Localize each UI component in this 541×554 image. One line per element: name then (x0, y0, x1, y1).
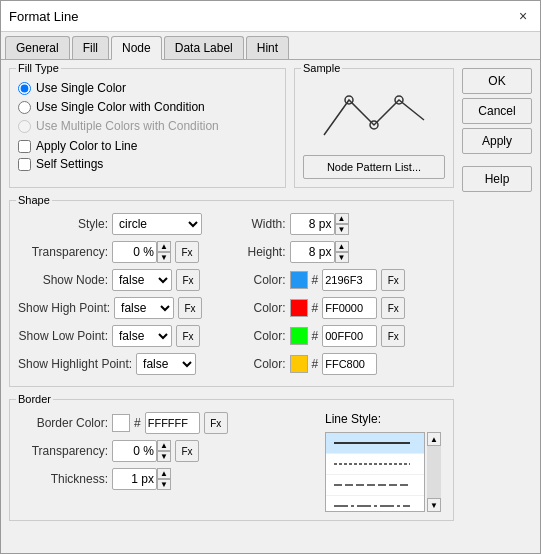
color4-swatch[interactable] (290, 355, 308, 373)
transparency-label: Transparency: (18, 245, 108, 259)
thickness-row: Thickness: ▲ ▼ (18, 468, 317, 490)
show-node-fx[interactable]: Fx (176, 269, 200, 291)
color1-fx[interactable]: Fx (381, 269, 405, 291)
color4-hex-input[interactable] (322, 353, 377, 375)
thickness-up[interactable]: ▲ (157, 468, 171, 479)
height-up[interactable]: ▲ (335, 241, 349, 252)
radio-multiple-condition-label: Use Multiple Colors with Condition (36, 119, 219, 133)
radio-single-condition[interactable] (18, 101, 31, 114)
line-style-label: Line Style: (325, 412, 381, 426)
width-down[interactable]: ▼ (335, 224, 349, 235)
style-select[interactable]: circle (112, 213, 202, 235)
border-color-swatch[interactable] (112, 414, 130, 432)
border-transparency-fx[interactable]: Fx (175, 440, 199, 462)
color2-row: Color: # Fx (236, 297, 446, 319)
help-button[interactable]: Help (462, 166, 532, 192)
border-color-label: Border Color: (18, 416, 108, 430)
transparency-up[interactable]: ▲ (157, 241, 171, 252)
show-highlight-row: Show Highlight Point: falsetrue (18, 353, 228, 375)
dialog-title: Format Line (9, 9, 78, 24)
tab-hint[interactable]: Hint (246, 36, 289, 59)
color3-row: Color: # Fx (236, 325, 446, 347)
show-highlight-label: Show Highlight Point: (18, 357, 132, 371)
show-low-fx[interactable]: Fx (176, 325, 200, 347)
shape-section: Shape Style: circle Transparency: (9, 200, 454, 387)
title-bar: Format Line × (1, 1, 540, 32)
thickness-down[interactable]: ▼ (157, 479, 171, 490)
line-style-panel[interactable] (325, 432, 425, 512)
transparency-row: Transparency: ▲ ▼ Fx (18, 241, 228, 263)
line-style-long-dash-dot[interactable] (326, 496, 424, 512)
border-transparency-input[interactable] (112, 440, 157, 462)
color2-label: Color: (236, 301, 286, 315)
line-style-fine-dash[interactable] (326, 454, 424, 475)
color2-fx[interactable]: Fx (381, 297, 405, 319)
thickness-input[interactable] (112, 468, 157, 490)
line-style-scroll-down[interactable]: ▼ (427, 498, 441, 512)
color2-hex-input[interactable] (322, 297, 377, 319)
color4-label: Color: (236, 357, 286, 371)
show-high-fx[interactable]: Fx (178, 297, 202, 319)
color3-hex-input[interactable] (322, 325, 377, 347)
height-spinner: ▲ ▼ (290, 241, 349, 263)
close-button[interactable]: × (514, 7, 532, 25)
line-style-scroll-up[interactable]: ▲ (427, 432, 441, 446)
tab-fill[interactable]: Fill (72, 36, 109, 59)
show-node-label: Show Node: (18, 273, 108, 287)
border-transparency-up[interactable]: ▲ (157, 440, 171, 451)
radio-multiple-condition (18, 120, 31, 133)
color2-swatch[interactable] (290, 299, 308, 317)
height-down[interactable]: ▼ (335, 252, 349, 263)
border-section-label: Border (16, 393, 53, 405)
sample-label: Sample (301, 62, 342, 74)
show-high-select[interactable]: falsetrue (114, 297, 174, 319)
color1-row: Color: # Fx (236, 269, 446, 291)
node-pattern-list-button[interactable]: Node Pattern List... (303, 155, 445, 179)
height-label: Height: (236, 245, 286, 259)
height-input[interactable] (290, 241, 335, 263)
width-input[interactable] (290, 213, 335, 235)
border-color-fx[interactable]: Fx (204, 412, 228, 434)
show-low-select[interactable]: falsetrue (112, 325, 172, 347)
color1-hex-input[interactable] (322, 269, 377, 291)
top-row: Fill Type Use Single Color Use Single Co… (9, 68, 454, 188)
height-row: Height: ▲ ▼ (236, 241, 446, 263)
tab-bar: General Fill Node Data Label Hint (1, 32, 540, 60)
transparency-fx[interactable]: Fx (175, 241, 199, 263)
ok-button[interactable]: OK (462, 68, 532, 94)
width-row: Width: ▲ ▼ (236, 213, 446, 235)
style-row: Style: circle (18, 213, 228, 235)
show-high-row: Show High Point: falsetrue Fx (18, 297, 228, 319)
border-color-hex-input[interactable] (145, 412, 200, 434)
color1-swatch[interactable] (290, 271, 308, 289)
transparency-down[interactable]: ▼ (157, 252, 171, 263)
border-transparency-label: Transparency: (18, 444, 108, 458)
tab-general[interactable]: General (5, 36, 70, 59)
color3-fx[interactable]: Fx (381, 325, 405, 347)
border-section: Border Border Color: # Fx Transparency: (9, 399, 454, 521)
color3-swatch[interactable] (290, 327, 308, 345)
line-style-dash[interactable] (326, 475, 424, 496)
show-low-label: Show Low Point: (18, 329, 108, 343)
show-highlight-select[interactable]: falsetrue (136, 353, 196, 375)
transparency-input[interactable] (112, 241, 157, 263)
radio-multiple-condition-row: Use Multiple Colors with Condition (18, 119, 277, 133)
line-style-solid[interactable] (326, 433, 424, 454)
radio-single-color-label: Use Single Color (36, 81, 126, 95)
self-settings-row: Self Settings (18, 157, 277, 171)
width-up[interactable]: ▲ (335, 213, 349, 224)
border-color-row: Border Color: # Fx (18, 412, 317, 434)
show-node-row: Show Node: falsetrue Fx (18, 269, 228, 291)
border-transparency-down[interactable]: ▼ (157, 451, 171, 462)
show-node-select[interactable]: falsetrue (112, 269, 172, 291)
show-low-row: Show Low Point: falsetrue Fx (18, 325, 228, 347)
apply-color-checkbox[interactable] (18, 140, 31, 153)
radio-single-color[interactable] (18, 82, 31, 95)
cancel-button[interactable]: Cancel (462, 98, 532, 124)
thickness-spinner: ▲ ▼ (112, 468, 171, 490)
tab-data-label[interactable]: Data Label (164, 36, 244, 59)
tab-node[interactable]: Node (111, 36, 162, 60)
self-settings-checkbox[interactable] (18, 158, 31, 171)
sample-canvas (303, 75, 445, 155)
apply-button[interactable]: Apply (462, 128, 532, 154)
